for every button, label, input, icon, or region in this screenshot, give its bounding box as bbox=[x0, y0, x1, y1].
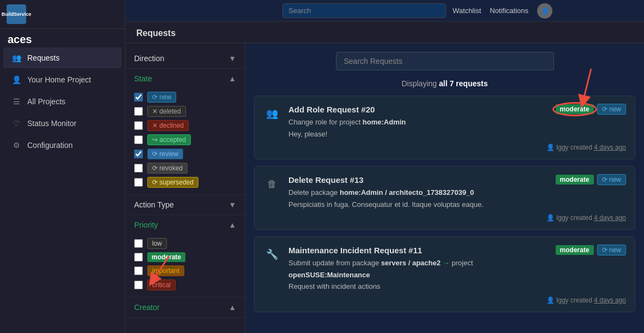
priority-badge-moderate[interactable]: moderate bbox=[147, 252, 185, 262]
configuration-icon: ⚙ bbox=[11, 140, 22, 151]
request-area: Displaying all 7 requests 👥 Add Role Req… bbox=[245, 43, 644, 333]
priority-checkbox-low[interactable] bbox=[134, 239, 143, 248]
request-11-badge-moderate[interactable]: moderate bbox=[556, 245, 594, 255]
request-11-title-row: Maintenance Incident Request #11 moderat… bbox=[288, 245, 626, 255]
state-checkbox-revoked[interactable] bbox=[134, 164, 143, 173]
req-11-time[interactable]: 4 days ago bbox=[594, 296, 626, 304]
req-13-prefix: Delete package bbox=[288, 188, 340, 197]
topbar-search-input[interactable] bbox=[282, 3, 446, 18]
app-logo[interactable]: BuildService bbox=[7, 4, 26, 24]
status-monitor-icon: ♡ bbox=[11, 118, 22, 129]
topbar-links: Watchlist Notifications 👤 bbox=[453, 3, 552, 19]
request-20-badge-moderate[interactable]: moderate bbox=[556, 104, 594, 114]
req-13-time[interactable]: 4 days ago bbox=[594, 214, 626, 222]
req-13-created: created bbox=[570, 214, 592, 222]
state-badge-declined[interactable]: ✕ declined bbox=[147, 120, 189, 131]
request-20-header: 👥 Add Role Request #20 moderate ⟳ new bbox=[263, 104, 626, 140]
state-badge-revoked[interactable]: ⟳ revoked bbox=[147, 163, 188, 174]
request-20-title: Add Role Request #20 bbox=[288, 105, 375, 114]
state-badge-new[interactable]: ⟳ new bbox=[147, 92, 176, 103]
state-checkbox-review[interactable] bbox=[134, 150, 143, 158]
filter-priority-chevron: ▲ bbox=[228, 221, 236, 229]
notifications-link[interactable]: Notifications bbox=[490, 7, 528, 15]
req-11-creator: Iggy bbox=[556, 296, 569, 304]
priority-badge-critical[interactable]: critical bbox=[147, 280, 176, 290]
filter-creator-chevron: ▲ bbox=[228, 303, 236, 312]
state-filter-review: ⟳ review bbox=[134, 148, 236, 159]
search-bar-wrapper bbox=[254, 52, 635, 70]
search-requests-input[interactable] bbox=[336, 52, 554, 70]
request-13-badge-state[interactable]: ⟳ new bbox=[597, 174, 626, 185]
filter-direction-label: Direction bbox=[134, 54, 164, 63]
filter-creator-label: Creator bbox=[134, 303, 160, 312]
request-13-badge-moderate[interactable]: moderate bbox=[556, 175, 594, 185]
request-13-desc: Delete package home:Admin / architecto_1… bbox=[288, 187, 626, 198]
req-20-desc-bold: home:Admin bbox=[363, 118, 406, 126]
filter-priority-header[interactable]: Priority ▲ bbox=[125, 215, 245, 235]
filter-panel: Direction ▼ State ▲ ⟳ new bbox=[125, 43, 245, 333]
display-count: Displaying all 7 requests bbox=[254, 79, 635, 88]
priority-filter-critical: critical bbox=[134, 280, 236, 290]
page-header: Requests bbox=[125, 22, 644, 43]
filter-state-body: ⟳ new ✕ deleted ✕ declined bbox=[125, 88, 245, 194]
state-badge-accepted[interactable]: ↪ accepted bbox=[147, 134, 191, 145]
request-card-13: 🗑 Delete Request #13 moderate ⟳ new Dele… bbox=[254, 166, 635, 230]
sidebar-item-requests[interactable]: 👥 Requests bbox=[3, 47, 122, 68]
sidebar-item-configuration[interactable]: ⚙ Configuration bbox=[3, 135, 122, 156]
filter-direction-section: Direction ▼ bbox=[125, 49, 245, 69]
state-badge-deleted[interactable]: ✕ deleted bbox=[147, 106, 186, 117]
req-11-bold2: openSUSE:Maintenance bbox=[288, 271, 370, 279]
req-20-created: created bbox=[570, 144, 592, 151]
req-11-text3: Request with incident actions bbox=[288, 282, 380, 290]
sidebar: BuildService aces 👥 Requests 👤 Your Home… bbox=[0, 0, 125, 333]
filter-direction-chevron: ▼ bbox=[228, 54, 236, 63]
request-11-icon: 🔧 bbox=[263, 246, 281, 263]
filter-creator-header[interactable]: Creator ▲ bbox=[125, 298, 245, 317]
filter-direction-header[interactable]: Direction ▼ bbox=[125, 49, 245, 68]
filter-creator-section: Creator ▲ bbox=[125, 298, 245, 318]
request-11-desc2: openSUSE:Maintenance bbox=[288, 270, 626, 281]
req-13-text2: Perspiciatis in fuga. Consequatur et id.… bbox=[288, 200, 484, 209]
priority-badge-important[interactable]: important bbox=[147, 265, 184, 276]
filter-state-label: State bbox=[134, 74, 152, 83]
filter-action-type-chevron: ▼ bbox=[228, 200, 236, 209]
req-11-created: created bbox=[570, 296, 592, 304]
state-checkbox-new[interactable] bbox=[134, 93, 143, 102]
state-badge-superseded[interactable]: ⟳ superseded bbox=[147, 177, 198, 188]
state-checkbox-superseded[interactable] bbox=[134, 178, 143, 187]
req-20-creator-icon: 👤 bbox=[546, 144, 555, 151]
request-20-desc2: Hey, please! bbox=[288, 129, 626, 140]
request-13-title: Delete Request #13 bbox=[288, 175, 364, 185]
priority-checkbox-moderate[interactable] bbox=[134, 253, 143, 261]
req-11-project: project bbox=[452, 259, 473, 267]
sidebar-item-status-monitor[interactable]: ♡ Status Monitor bbox=[3, 113, 122, 134]
priority-checkbox-critical[interactable] bbox=[134, 281, 143, 289]
state-checkbox-deleted[interactable] bbox=[134, 107, 143, 116]
sidebar-nav: 👥 Requests 👤 Your Home Project ☰ All Pro… bbox=[0, 47, 125, 156]
priority-badge-low[interactable]: low bbox=[147, 238, 167, 249]
user-avatar[interactable]: 👤 bbox=[537, 3, 552, 19]
req-13-bold: home:Admin / architecto_1738327039_0 bbox=[340, 188, 474, 197]
sidebar-item-all-projects[interactable]: ☰ All Projects bbox=[3, 91, 122, 112]
req-20-time[interactable]: 4 days ago bbox=[594, 144, 626, 151]
filter-state-header[interactable]: State ▲ bbox=[125, 69, 245, 88]
request-20-badge-state[interactable]: ⟳ new bbox=[597, 104, 626, 115]
priority-checkbox-important[interactable] bbox=[134, 266, 143, 275]
sidebar-item-status-monitor-label: Status Monitor bbox=[27, 119, 76, 128]
watchlist-link[interactable]: Watchlist bbox=[453, 7, 481, 15]
request-11-header: 🔧 Maintenance Incident Request #11 moder… bbox=[263, 245, 626, 293]
sidebar-item-home-project-label: Your Home Project bbox=[27, 75, 91, 84]
priority-filter-important: important bbox=[134, 265, 236, 276]
filter-action-type-header[interactable]: Action Type ▼ bbox=[125, 195, 245, 215]
state-checkbox-declined[interactable] bbox=[134, 121, 143, 130]
request-20-badges: moderate ⟳ new bbox=[556, 104, 626, 115]
request-20-body: Add Role Request #20 moderate ⟳ new Chan… bbox=[288, 104, 626, 140]
filter-priority-body: low moderate important critical bbox=[125, 235, 245, 297]
state-checkbox-accepted[interactable] bbox=[134, 135, 143, 144]
request-11-badge-state[interactable]: ⟳ new bbox=[597, 245, 626, 255]
arrow-to-moderate-badge bbox=[553, 66, 602, 110]
sidebar-item-home-project[interactable]: 👤 Your Home Project bbox=[3, 69, 122, 90]
request-11-badges: moderate ⟳ new bbox=[556, 245, 626, 255]
state-filter-superseded: ⟳ superseded bbox=[134, 177, 236, 188]
state-badge-review[interactable]: ⟳ review bbox=[147, 148, 183, 159]
